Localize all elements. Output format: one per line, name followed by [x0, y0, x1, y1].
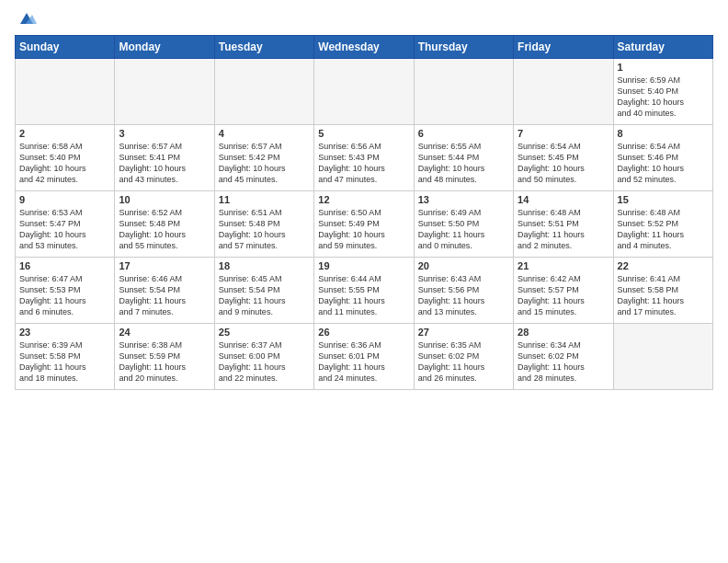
day-detail: Sunrise: 6:53 AM Sunset: 5:47 PM Dayligh…: [19, 207, 110, 252]
calendar: SundayMondayTuesdayWednesdayThursdayFrid…: [15, 35, 713, 390]
day-number: 27: [418, 327, 509, 338]
day-detail: Sunrise: 6:56 AM Sunset: 5:43 PM Dayligh…: [318, 141, 409, 186]
weekday-header: Sunday: [16, 36, 115, 59]
calendar-week-row: 23Sunrise: 6:39 AM Sunset: 5:58 PM Dayli…: [16, 324, 713, 390]
calendar-cell: [214, 59, 313, 125]
day-number: 23: [19, 327, 110, 338]
logo: [15, 11, 37, 28]
calendar-cell: 26Sunrise: 6:36 AM Sunset: 6:01 PM Dayli…: [314, 324, 414, 390]
calendar-week-row: 9Sunrise: 6:53 AM Sunset: 5:47 PM Daylig…: [16, 191, 713, 258]
calendar-week-row: 2Sunrise: 6:58 AM Sunset: 5:40 PM Daylig…: [16, 125, 713, 191]
calendar-cell: 5Sunrise: 6:56 AM Sunset: 5:43 PM Daylig…: [314, 125, 414, 191]
day-number: 26: [318, 327, 409, 338]
day-number: 5: [318, 128, 409, 139]
day-detail: Sunrise: 6:50 AM Sunset: 5:49 PM Dayligh…: [318, 207, 409, 252]
day-detail: Sunrise: 6:48 AM Sunset: 5:51 PM Dayligh…: [518, 207, 609, 252]
day-detail: Sunrise: 6:36 AM Sunset: 6:01 PM Dayligh…: [318, 339, 409, 385]
calendar-cell: 8Sunrise: 6:54 AM Sunset: 5:46 PM Daylig…: [613, 125, 712, 191]
calendar-cell: 21Sunrise: 6:42 AM Sunset: 5:57 PM Dayli…: [514, 258, 613, 324]
day-number: 14: [518, 194, 609, 205]
day-number: 4: [219, 128, 310, 139]
calendar-cell: 24Sunrise: 6:38 AM Sunset: 5:59 PM Dayli…: [115, 324, 214, 390]
calendar-cell: 7Sunrise: 6:54 AM Sunset: 5:45 PM Daylig…: [514, 125, 613, 191]
day-detail: Sunrise: 6:47 AM Sunset: 5:53 PM Dayligh…: [19, 273, 110, 318]
calendar-cell: 4Sunrise: 6:57 AM Sunset: 5:42 PM Daylig…: [214, 125, 313, 191]
day-number: 24: [119, 327, 210, 338]
weekday-header: Thursday: [414, 36, 513, 59]
header: [15, 11, 713, 28]
day-number: 13: [418, 194, 509, 205]
calendar-header-row: SundayMondayTuesdayWednesdayThursdayFrid…: [16, 36, 713, 59]
calendar-cell: 18Sunrise: 6:45 AM Sunset: 5:54 PM Dayli…: [214, 258, 313, 324]
calendar-cell: 27Sunrise: 6:35 AM Sunset: 6:02 PM Dayli…: [414, 324, 513, 390]
calendar-cell: 22Sunrise: 6:41 AM Sunset: 5:58 PM Dayli…: [613, 258, 712, 324]
calendar-cell: 1Sunrise: 6:59 AM Sunset: 5:40 PM Daylig…: [613, 59, 712, 125]
day-detail: Sunrise: 6:49 AM Sunset: 5:50 PM Dayligh…: [418, 207, 509, 252]
day-detail: Sunrise: 6:39 AM Sunset: 5:58 PM Dayligh…: [19, 339, 110, 385]
day-detail: Sunrise: 6:55 AM Sunset: 5:44 PM Dayligh…: [418, 141, 509, 186]
calendar-cell: 19Sunrise: 6:44 AM Sunset: 5:55 PM Dayli…: [314, 258, 414, 324]
calendar-cell: [613, 324, 712, 390]
day-number: 9: [19, 194, 110, 205]
day-number: 1: [618, 62, 709, 73]
day-number: 22: [618, 260, 709, 271]
day-number: 10: [119, 194, 210, 205]
calendar-cell: 3Sunrise: 6:57 AM Sunset: 5:41 PM Daylig…: [115, 125, 214, 191]
calendar-cell: [414, 59, 513, 125]
day-detail: Sunrise: 6:37 AM Sunset: 6:00 PM Dayligh…: [219, 339, 310, 385]
calendar-cell: 28Sunrise: 6:34 AM Sunset: 6:02 PM Dayli…: [514, 324, 613, 390]
day-detail: Sunrise: 6:34 AM Sunset: 6:02 PM Dayligh…: [518, 339, 609, 385]
calendar-cell: [16, 59, 115, 125]
day-number: 6: [418, 128, 509, 139]
day-detail: Sunrise: 6:42 AM Sunset: 5:57 PM Dayligh…: [518, 273, 609, 318]
page: SundayMondayTuesdayWednesdayThursdayFrid…: [0, 0, 728, 563]
day-number: 28: [518, 327, 609, 338]
day-detail: Sunrise: 6:59 AM Sunset: 5:40 PM Dayligh…: [618, 75, 709, 120]
day-detail: Sunrise: 6:41 AM Sunset: 5:58 PM Dayligh…: [618, 273, 709, 318]
calendar-cell: 12Sunrise: 6:50 AM Sunset: 5:49 PM Dayli…: [314, 191, 414, 258]
calendar-cell: 25Sunrise: 6:37 AM Sunset: 6:00 PM Dayli…: [214, 324, 313, 390]
day-detail: Sunrise: 6:57 AM Sunset: 5:41 PM Dayligh…: [119, 141, 210, 186]
day-detail: Sunrise: 6:38 AM Sunset: 5:59 PM Dayligh…: [119, 339, 210, 385]
day-detail: Sunrise: 6:46 AM Sunset: 5:54 PM Dayligh…: [119, 273, 210, 318]
calendar-cell: 14Sunrise: 6:48 AM Sunset: 5:51 PM Dayli…: [514, 191, 613, 258]
calendar-cell: 15Sunrise: 6:48 AM Sunset: 5:52 PM Dayli…: [613, 191, 712, 258]
calendar-week-row: 16Sunrise: 6:47 AM Sunset: 5:53 PM Dayli…: [16, 258, 713, 324]
day-number: 20: [418, 260, 509, 271]
weekday-header: Wednesday: [314, 36, 414, 59]
calendar-cell: 2Sunrise: 6:58 AM Sunset: 5:40 PM Daylig…: [16, 125, 115, 191]
day-detail: Sunrise: 6:45 AM Sunset: 5:54 PM Dayligh…: [219, 273, 310, 318]
calendar-cell: [514, 59, 613, 125]
day-number: 2: [19, 128, 110, 139]
calendar-cell: 23Sunrise: 6:39 AM Sunset: 5:58 PM Dayli…: [16, 324, 115, 390]
day-number: 11: [219, 194, 310, 205]
day-number: 19: [318, 260, 409, 271]
day-number: 18: [219, 260, 310, 271]
calendar-week-row: 1Sunrise: 6:59 AM Sunset: 5:40 PM Daylig…: [16, 59, 713, 125]
day-detail: Sunrise: 6:57 AM Sunset: 5:42 PM Dayligh…: [219, 141, 310, 186]
logo-icon: [17, 11, 37, 28]
day-number: 8: [618, 128, 709, 139]
calendar-cell: 16Sunrise: 6:47 AM Sunset: 5:53 PM Dayli…: [16, 258, 115, 324]
calendar-cell: 17Sunrise: 6:46 AM Sunset: 5:54 PM Dayli…: [115, 258, 214, 324]
calendar-cell: [314, 59, 414, 125]
calendar-cell: 10Sunrise: 6:52 AM Sunset: 5:48 PM Dayli…: [115, 191, 214, 258]
day-detail: Sunrise: 6:51 AM Sunset: 5:48 PM Dayligh…: [219, 207, 310, 252]
day-number: 7: [518, 128, 609, 139]
day-detail: Sunrise: 6:52 AM Sunset: 5:48 PM Dayligh…: [119, 207, 210, 252]
day-detail: Sunrise: 6:44 AM Sunset: 5:55 PM Dayligh…: [318, 273, 409, 318]
weekday-header: Saturday: [613, 36, 712, 59]
calendar-cell: 11Sunrise: 6:51 AM Sunset: 5:48 PM Dayli…: [214, 191, 313, 258]
weekday-header: Monday: [115, 36, 214, 59]
weekday-header: Tuesday: [214, 36, 313, 59]
day-number: 16: [19, 260, 110, 271]
calendar-cell: 6Sunrise: 6:55 AM Sunset: 5:44 PM Daylig…: [414, 125, 513, 191]
day-detail: Sunrise: 6:54 AM Sunset: 5:45 PM Dayligh…: [518, 141, 609, 186]
day-number: 15: [618, 194, 709, 205]
day-number: 12: [318, 194, 409, 205]
day-number: 21: [518, 260, 609, 271]
calendar-cell: 9Sunrise: 6:53 AM Sunset: 5:47 PM Daylig…: [16, 191, 115, 258]
day-detail: Sunrise: 6:58 AM Sunset: 5:40 PM Dayligh…: [19, 141, 110, 186]
calendar-cell: 20Sunrise: 6:43 AM Sunset: 5:56 PM Dayli…: [414, 258, 513, 324]
weekday-header: Friday: [514, 36, 613, 59]
